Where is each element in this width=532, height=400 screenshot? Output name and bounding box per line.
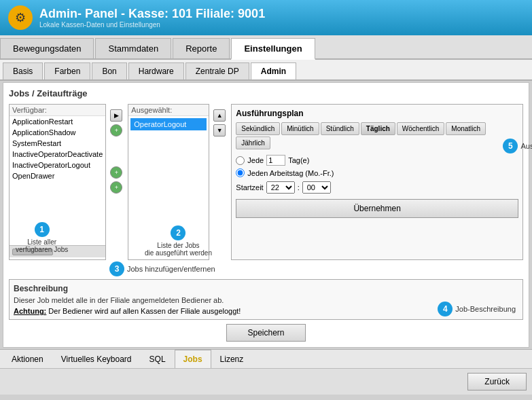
bottom-tab-virtuelles-keyboard[interactable]: Virtuelles Keyboard: [52, 350, 141, 368]
time-tab-wochentlich[interactable]: Wöchentlich: [397, 122, 444, 135]
move-up-button[interactable]: ▲: [213, 109, 226, 122]
time-tab-stundlich[interactable]: Stündlich: [321, 122, 359, 135]
sub-tab-farben[interactable]: Farben: [44, 62, 90, 79]
callout-2-circle: 2: [171, 225, 185, 240]
sub-tab-admin[interactable]: Admin: [251, 62, 296, 79]
time-tab-monatlich[interactable]: Monatlich: [446, 122, 486, 135]
callout-1-text: Liste aller verfügbaren Jobs: [16, 238, 68, 253]
zuruck-button[interactable]: Zurück: [467, 373, 527, 390]
jobs-area: Verfügbar: ApplicationRestart Applicatio…: [9, 104, 523, 260]
content-area: Jobs / Zeitaufträge Verfügbar: Applicati…: [3, 82, 529, 348]
callout-5-text: Ausführungsplan: [520, 142, 532, 150]
tab-einstellungen[interactable]: Einstellungen: [231, 38, 315, 60]
beschreibung-title: Beschreibung: [14, 284, 518, 293]
startzeit-hour-select[interactable]: 22: [266, 181, 295, 194]
jede-label: Jede: [247, 156, 264, 164]
list-item[interactable]: InactiveOperatorLogout: [10, 160, 105, 170]
header-text: Admin- Panel - Kasse: 101 Filiale: 9001 …: [39, 7, 265, 29]
callout-5: 5 Ausführungsplan: [503, 139, 532, 153]
radio-arbeitstag[interactable]: [236, 168, 245, 177]
arrow-buttons-right: ▲ ▼: [213, 104, 227, 260]
footer: Zurück: [0, 368, 532, 395]
header-subtitle: Lokale Kassen-Daten und Einstellungen: [39, 21, 265, 29]
sub-tab-zentrale-dp[interactable]: Zentrale DP: [185, 62, 249, 79]
time-tab-minutlich[interactable]: Minütlich: [281, 122, 319, 135]
radio-row-jede: Jede Tag(e): [236, 155, 518, 166]
main-tabs: Bewegungsdaten Stammdaten Reporte Einste…: [0, 35, 532, 60]
header: ⚙ Admin- Panel - Kasse: 101 Filiale: 900…: [0, 0, 532, 35]
callout-5-circle: 5: [503, 139, 518, 153]
callout-2: 2 Liste der Jobs die ausgeführt werden: [145, 225, 212, 257]
startzeit-minute-select[interactable]: 00: [302, 181, 331, 194]
arbeitstag-label: Jeden Arbeitstag (Mo.-Fr.): [247, 169, 334, 177]
callout-2-text: Liste der Jobs die ausgeführt werden: [145, 242, 212, 257]
time-tab-sekundlich[interactable]: Sekündlich: [236, 122, 280, 135]
callout-4: 4 Job-Beschreibung: [438, 302, 516, 316]
achtung-label: Achtung:: [14, 307, 46, 315]
add-job-button[interactable]: ▶: [110, 109, 122, 122]
execution-title: Ausführungsplan: [236, 109, 518, 118]
beschreibung-warning-text: Der Bediener wird auf allen Kassen der F…: [46, 307, 241, 315]
add-job-button-2[interactable]: +: [110, 124, 122, 137]
bottom-tabs: Aktionen Virtuelles Keyboard SQL Jobs Li…: [0, 349, 532, 368]
tab-stammdaten[interactable]: Stammdaten: [95, 38, 171, 58]
bottom-tab-aktionen[interactable]: Aktionen: [3, 350, 52, 368]
tab-reporte[interactable]: Reporte: [173, 38, 230, 58]
time-tab-taglich[interactable]: Täglich: [361, 122, 395, 135]
jede-unit: Tag(e): [288, 156, 309, 164]
tab-bewegungsdaten[interactable]: Bewegungsdaten: [0, 38, 94, 58]
callout-1-circle: 1: [35, 222, 50, 237]
radio-jede[interactable]: [236, 156, 245, 165]
selected-label: Ausgewählt:: [128, 105, 209, 116]
selected-item[interactable]: OperatorLogout: [130, 118, 207, 130]
jede-value[interactable]: [266, 155, 285, 166]
callout-3-circle: 3: [109, 261, 124, 276]
sub-tab-bon[interactable]: Bon: [92, 62, 126, 79]
sub-tab-basis[interactable]: Basis: [3, 62, 43, 79]
app-icon: ⚙: [8, 5, 33, 30]
list-item[interactable]: ApplicationShadow: [10, 127, 105, 138]
callout-1: 1 Liste aller verfügbaren Jobs: [16, 222, 68, 253]
callout-3-text: Jobs hinzufügen/entfernen: [127, 265, 215, 273]
header-title: Admin- Panel - Kasse: 101 Filiale: 9001: [39, 7, 265, 21]
startzeit-label: Startzeit: [236, 183, 263, 192]
page-title: Jobs / Zeitaufträge: [9, 88, 523, 98]
arrow-buttons-left: ▶ + + +: [110, 104, 124, 260]
startzeit-row: Startzeit 22 : 00: [236, 181, 518, 194]
add-job-button-4[interactable]: +: [110, 181, 122, 194]
list-item[interactable]: ApplicationRestart: [10, 116, 105, 127]
radio-row-arbeitstag: Jeden Arbeitstag (Mo.-Fr.): [236, 168, 518, 177]
colon: :: [298, 183, 300, 192]
move-down-button[interactable]: ▼: [213, 124, 226, 137]
execution-panel: Ausführungsplan Sekündlich Minütlich Stü…: [231, 104, 523, 260]
callout-4-text: Job-Beschreibung: [455, 305, 516, 313]
list-item[interactable]: InactiveOperatorDeactivate: [10, 149, 105, 160]
bottom-tab-lizenz[interactable]: Lizenz: [211, 350, 253, 368]
list-item[interactable]: OpenDrawer: [10, 170, 105, 181]
beschreibung-panel: Beschreibung Dieser Job meldet alle in d…: [9, 279, 523, 320]
uebernehmen-button[interactable]: Übernehmen: [236, 199, 518, 218]
bottom-tab-jobs[interactable]: Jobs: [175, 350, 211, 368]
add-job-button-3[interactable]: +: [110, 166, 122, 179]
callout-3-row: 3 Jobs hinzufügen/entfernen: [9, 261, 523, 276]
callout-4-circle: 4: [438, 302, 453, 316]
speichern-button[interactable]: Speichern: [226, 324, 305, 342]
sub-tabs: Basis Farben Bon Hardware Zentrale DP Ad…: [0, 60, 532, 81]
time-tabs: Sekündlich Minütlich Stündlich Täglich W…: [236, 122, 518, 149]
time-tab-jahrlich[interactable]: Jährlich: [236, 137, 270, 149]
speichern-row: Speichern: [9, 324, 523, 342]
sub-tab-hardware[interactable]: Hardware: [128, 62, 184, 79]
available-label: Verfügbar:: [10, 105, 105, 116]
list-item[interactable]: SystemRestart: [10, 138, 105, 149]
bottom-tab-sql[interactable]: SQL: [141, 350, 175, 368]
